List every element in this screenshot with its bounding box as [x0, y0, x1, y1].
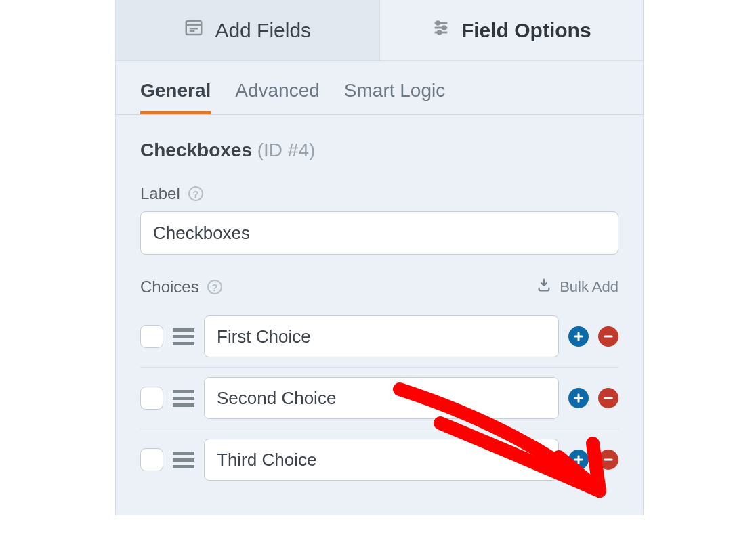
tab-field-options[interactable]: Field Options [380, 0, 644, 61]
label-input[interactable] [140, 211, 618, 255]
remove-choice-button[interactable] [598, 388, 618, 408]
field-options-panel: Add Fields Field Options General Advance… [115, 0, 644, 515]
choice-row [140, 429, 618, 490]
sub-tabs: General Advanced Smart Logic [116, 61, 643, 115]
field-id: (ID #4) [257, 139, 316, 160]
choice-input[interactable] [204, 439, 559, 481]
sub-tab-smart-logic[interactable]: Smart Logic [344, 80, 445, 114]
choice-row [140, 368, 618, 429]
tab-field-options-label: Field Options [461, 19, 591, 42]
remove-choice-button[interactable] [598, 326, 618, 347]
choice-checkbox[interactable] [140, 448, 163, 471]
choice-input[interactable] [204, 315, 559, 357]
svg-point-9 [438, 31, 441, 35]
drag-handle-icon[interactable] [173, 452, 194, 468]
drag-handle-icon[interactable] [173, 390, 194, 407]
choices-label: Choices [140, 278, 199, 297]
sub-tab-advanced[interactable]: Advanced [235, 80, 320, 114]
remove-choice-button[interactable] [598, 450, 618, 470]
field-type-name: Checkboxes [140, 139, 252, 160]
form-icon [184, 18, 204, 43]
tab-add-fields-label: Add Fields [215, 19, 311, 42]
label-section-heading: Label ? [140, 184, 618, 203]
bulk-add-label: Bulk Add [560, 278, 618, 296]
help-icon[interactable]: ? [188, 186, 203, 201]
choice-input[interactable] [204, 377, 559, 419]
top-tabs: Add Fields Field Options [116, 0, 643, 61]
label-text: Label [140, 184, 180, 203]
download-icon [537, 278, 551, 297]
svg-point-7 [436, 22, 440, 25]
drag-handle-icon[interactable] [173, 328, 194, 345]
choice-checkbox[interactable] [140, 387, 163, 410]
add-choice-button[interactable] [568, 388, 589, 408]
choices-header: Choices ? Bulk Add [140, 278, 618, 297]
sub-tab-general[interactable]: General [140, 80, 211, 114]
help-icon[interactable]: ? [207, 280, 222, 294]
add-choice-button[interactable] [568, 450, 589, 470]
tab-add-fields[interactable]: Add Fields [116, 0, 380, 61]
add-choice-button[interactable] [568, 326, 589, 347]
bulk-add-link[interactable]: Bulk Add [537, 278, 618, 297]
svg-point-8 [442, 26, 446, 30]
sliders-icon [432, 18, 450, 42]
choice-row [140, 306, 618, 368]
choices-list [140, 306, 618, 490]
choice-checkbox[interactable] [140, 325, 163, 348]
field-options-content: Checkboxes (ID #4) Label ? Choices ? Bul… [116, 115, 643, 515]
field-title: Checkboxes (ID #4) [140, 139, 618, 161]
choices-section-heading: Choices ? [140, 278, 222, 297]
